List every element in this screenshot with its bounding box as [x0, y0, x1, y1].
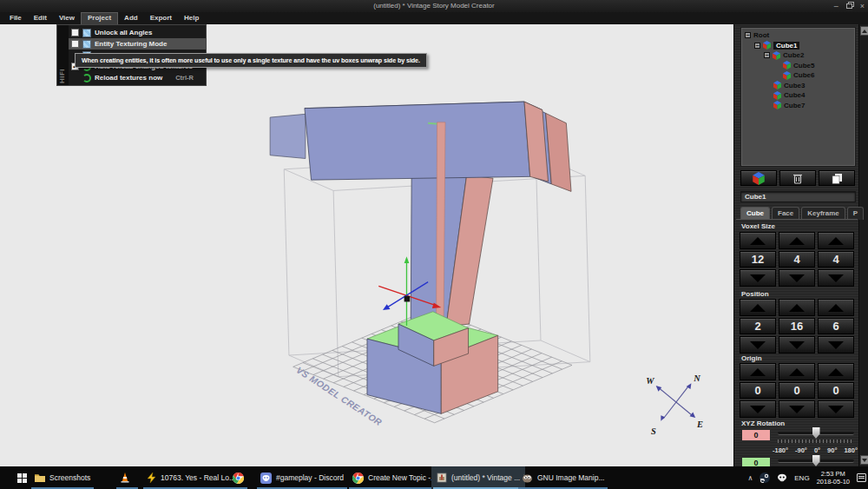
origin-z-up-button[interactable]	[818, 363, 854, 380]
tray-expand-icon[interactable]: ∧	[747, 474, 753, 482]
voxel-y-down-button[interactable]	[779, 269, 815, 287]
add-cube-button[interactable]	[740, 170, 777, 186]
taskbar-item-screenshots[interactable]: Screenshots	[30, 466, 95, 489]
taskbar-item-winamp[interactable]: 10763. Yes - Real Lo...	[141, 466, 240, 489]
tree-item-cube6[interactable]: Cube6	[743, 70, 853, 81]
tree-item-cube1[interactable]: − Cube1	[743, 41, 853, 51]
taskbar-item-create-new-topic[interactable]: Create New Topic -...	[347, 466, 442, 489]
chrome-icon	[352, 472, 364, 484]
taskbar-item-vintage-story-model-creator[interactable]: (untitled) * Vintage ...	[431, 466, 525, 489]
tab-face[interactable]: Face	[772, 207, 799, 220]
menu-file[interactable]: File	[3, 12, 28, 24]
menu-export[interactable]: Export	[144, 12, 178, 24]
tree-item-cube5[interactable]: Cube5	[743, 61, 853, 71]
tree-item-root[interactable]: − Root	[743, 30, 853, 41]
tray-clock[interactable]: 2:53 PM 2018-05-10	[817, 470, 850, 486]
discord-tray-icon[interactable]	[777, 472, 787, 483]
position-y-up-button[interactable]	[779, 299, 815, 316]
rotation-x-slider[interactable]	[778, 427, 854, 441]
taskbar-item-gimp[interactable]: GNU Image Manip...	[516, 466, 609, 489]
position-y-value[interactable]: 16	[779, 318, 815, 334]
system-tray: ∧ ENG 2:53 PM 2018-05-10	[747, 466, 866, 489]
rotation-y-value[interactable]: 0	[741, 457, 771, 466]
duplicate-cube-button[interactable]	[819, 170, 855, 186]
cube-icon	[773, 101, 781, 109]
menu-item-reload-textures-now[interactable]: Reload textures now Ctrl-R	[69, 72, 206, 83]
voxel-z-up-button[interactable]	[818, 232, 854, 249]
cube-name-field[interactable]	[740, 191, 856, 202]
tray-time: 2:53 PM	[817, 470, 850, 478]
model-handle	[411, 175, 493, 327]
position-z-down-button[interactable]	[818, 336, 854, 354]
menu-add[interactable]: Add	[118, 12, 144, 24]
minimize-button[interactable]: –	[834, 2, 838, 10]
restore-button[interactable]	[846, 3, 852, 9]
origin-y-down-button[interactable]	[779, 400, 815, 418]
vsmc-icon	[437, 472, 447, 483]
delete-cube-button[interactable]	[779, 170, 816, 186]
voxel-y-up-button[interactable]	[779, 232, 815, 249]
position-z-value[interactable]: 6	[818, 318, 854, 334]
viewport-3d[interactable]: VS MODEL CREATOR	[0, 24, 733, 466]
checkbox-unchecked-icon[interactable]: ✓	[71, 29, 79, 36]
origin-y-up-button[interactable]	[779, 363, 815, 380]
cube-icon	[773, 51, 780, 60]
voxel-x-down-button[interactable]	[740, 269, 776, 287]
position-z-up-button[interactable]	[818, 299, 854, 316]
voxel-y-value[interactable]: 4	[779, 251, 815, 268]
texture-icon	[82, 29, 91, 37]
voxel-x-value[interactable]: 12	[740, 251, 776, 268]
model-head	[270, 102, 571, 191]
collapse-icon[interactable]: −	[764, 52, 770, 58]
menu-edit[interactable]: Edit	[28, 12, 53, 24]
tree-item-cube4[interactable]: Cube4	[743, 90, 853, 101]
origin-x-up-button[interactable]	[740, 363, 776, 380]
origin-y-value[interactable]: 0	[779, 382, 815, 399]
taskbar-item-discord[interactable]: #gameplay - Discord	[255, 466, 349, 489]
tab-p[interactable]: P	[847, 207, 864, 220]
tab-cube[interactable]: Cube	[740, 207, 770, 220]
origin-x-down-button[interactable]	[740, 400, 776, 418]
checkbox-unchecked-icon[interactable]: ✓	[71, 40, 79, 48]
action-center-icon[interactable]	[857, 473, 866, 482]
tree-item-cube7[interactable]: Cube7	[743, 101, 853, 111]
position-x-up-button[interactable]	[740, 299, 776, 316]
tree-item-cube3[interactable]: Cube3	[743, 81, 853, 91]
taskbar-item-vlc[interactable]	[115, 466, 140, 489]
scroll-up-button[interactable]	[860, 26, 868, 36]
slider-thumb[interactable]	[812, 427, 820, 439]
scroll-down-button[interactable]	[860, 455, 868, 465]
rotation-scale: -180° -90° 0° 90° 180°	[773, 446, 858, 454]
texture-icon	[82, 40, 91, 49]
panel-scrollbar[interactable]	[858, 24, 868, 466]
menu-view[interactable]: View	[53, 12, 81, 24]
menu-shortcut: Ctrl-R	[175, 74, 202, 82]
refresh-icon	[82, 74, 91, 83]
steam-icon[interactable]	[760, 472, 770, 483]
menu-item-unlock-all-angles[interactable]: ✓ Unlock all Angles	[69, 27, 206, 38]
rotation-x-value[interactable]: 0	[741, 429, 771, 441]
position-y-down-button[interactable]	[779, 336, 815, 354]
collapse-icon[interactable]: −	[754, 43, 760, 49]
origin-z-value[interactable]: 0	[818, 382, 854, 399]
menu-project[interactable]: Project	[81, 12, 118, 24]
tree-item-cube2[interactable]: − Cube2	[743, 50, 853, 61]
collapse-icon[interactable]: −	[745, 32, 751, 38]
language-indicator[interactable]: ENG	[794, 474, 809, 482]
voxel-z-down-button[interactable]	[818, 269, 854, 287]
tab-keyframe[interactable]: Keyframe	[801, 207, 845, 220]
slider-thumb[interactable]	[812, 455, 820, 466]
vlc-icon	[120, 472, 130, 483]
origin-z-down-button[interactable]	[818, 400, 854, 418]
origin-x-value[interactable]: 0	[740, 382, 776, 399]
taskbar-item-chrome[interactable]	[227, 466, 249, 489]
element-tree: − Root − Cube1 − Cube2 Cube5 Cube6	[740, 27, 856, 167]
rotation-y-slider[interactable]	[778, 455, 854, 466]
close-button[interactable]: ×	[860, 2, 865, 10]
menu-help[interactable]: Help	[178, 12, 205, 24]
voxel-x-up-button[interactable]	[740, 232, 776, 249]
menu-item-entity-texturing-mode[interactable]: ✓ Entity Texturing Mode	[69, 38, 206, 50]
voxel-z-value[interactable]: 4	[818, 251, 854, 268]
position-x-down-button[interactable]	[740, 336, 776, 354]
position-x-value[interactable]: 2	[740, 318, 776, 334]
